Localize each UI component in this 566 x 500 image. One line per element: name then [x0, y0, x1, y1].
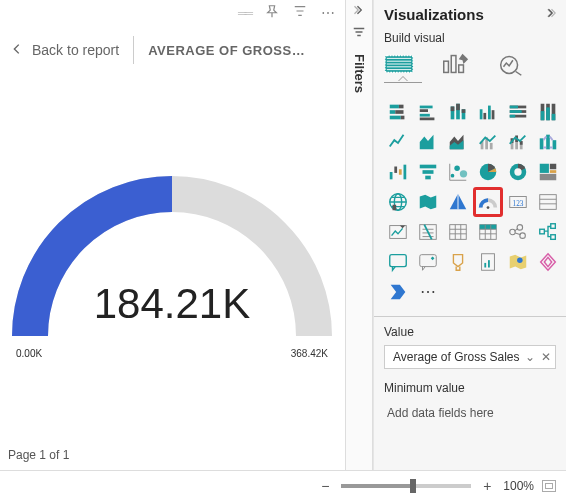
svg-point-86	[510, 229, 516, 235]
r-visual-viz[interactable]	[504, 218, 532, 246]
divider	[133, 36, 134, 64]
tab-build-visual[interactable]	[384, 51, 414, 80]
area-viz[interactable]	[414, 128, 442, 156]
kpi-viz[interactable]	[384, 218, 412, 246]
gauge-viz[interactable]	[474, 188, 502, 216]
svg-point-62	[451, 174, 455, 178]
pin-icon[interactable]	[265, 4, 279, 21]
slicer-viz[interactable]	[414, 218, 442, 246]
combo-column-line-viz[interactable]	[474, 128, 502, 156]
chevron-left-icon[interactable]	[346, 0, 372, 23]
hundred-stacked-bar-viz[interactable]	[504, 98, 532, 126]
stacked-area-viz[interactable]	[444, 128, 472, 156]
card-viz[interactable]: 123	[504, 188, 532, 216]
arcgis-map-viz[interactable]	[504, 248, 532, 276]
filled-map-viz[interactable]	[414, 188, 442, 216]
power-automate-viz[interactable]	[384, 278, 412, 306]
qa-viz[interactable]	[384, 248, 412, 276]
svg-rect-69	[550, 164, 556, 170]
tab-format-visual[interactable]	[440, 51, 470, 80]
tile-header: Back to report AVERAGE OF GROSS SAL...	[10, 30, 335, 70]
svg-rect-55	[390, 172, 393, 179]
svg-point-87	[517, 225, 523, 231]
value-field-name: Average of Gross Sales	[393, 350, 520, 364]
svg-rect-38	[541, 111, 545, 120]
pie-viz[interactable]	[474, 158, 502, 186]
decomposition-tree-viz[interactable]	[534, 218, 562, 246]
line-viz[interactable]	[384, 128, 412, 156]
svg-text:123: 123	[513, 199, 524, 208]
zoom-slider[interactable]	[341, 484, 471, 488]
chevron-down-icon[interactable]: ⌄	[525, 350, 535, 364]
gauge-chart[interactable]: 184.21K 0.00K 368.42K	[12, 160, 332, 343]
back-to-report-link[interactable]: Back to report	[32, 42, 119, 58]
map-viz[interactable]	[384, 188, 412, 216]
svg-rect-18	[420, 109, 428, 112]
svg-point-63	[454, 166, 460, 172]
zoom-in-button[interactable]: +	[479, 478, 495, 494]
gauge-max-label: 368.42K	[291, 348, 328, 359]
more-icon[interactable]: ⋯	[321, 5, 335, 21]
paginated-report-viz[interactable]	[474, 248, 502, 276]
value-section-label: Value	[384, 325, 556, 339]
chevron-left-icon[interactable]	[10, 42, 24, 59]
svg-rect-7	[444, 61, 449, 72]
svg-point-88	[520, 233, 526, 239]
svg-rect-54	[553, 140, 557, 149]
combo-stacked-line-viz[interactable]	[504, 128, 532, 156]
zoom-percent-label: 100%	[503, 479, 534, 493]
build-visual-label: Build visual	[384, 31, 556, 45]
donut-viz[interactable]	[504, 158, 532, 186]
filter-icon[interactable]	[293, 4, 307, 21]
remove-field-icon[interactable]: ✕	[541, 350, 551, 364]
waterfall-viz[interactable]	[384, 158, 412, 186]
svg-rect-71	[540, 174, 557, 180]
power-apps-viz[interactable]	[534, 248, 562, 276]
svg-rect-56	[394, 167, 397, 173]
report-canvas: ══ ⋯ Back to report AVERAGE OF GROSS SAL…	[0, 0, 345, 470]
panel-title: Visualizations	[384, 6, 484, 23]
svg-point-75	[487, 206, 490, 209]
status-bar: − + 100%	[0, 470, 566, 500]
grip-icon[interactable]: ══	[238, 6, 251, 20]
fit-to-page-button[interactable]	[542, 480, 556, 492]
scatter-viz[interactable]	[444, 158, 472, 186]
filters-pane-collapsed[interactable]: Filters	[345, 0, 373, 470]
filters-label: Filters	[352, 54, 367, 93]
gauge-min-label: 0.00K	[16, 348, 42, 359]
table-viz[interactable]	[444, 218, 472, 246]
matrix-viz[interactable]	[474, 218, 502, 246]
svg-rect-45	[490, 143, 493, 149]
svg-rect-85	[480, 225, 497, 230]
svg-rect-91	[551, 235, 556, 240]
stacked-bar-viz[interactable]	[384, 98, 412, 126]
hundred-stacked-column-viz[interactable]	[534, 98, 562, 126]
svg-rect-78	[540, 195, 557, 210]
azure-map-viz[interactable]	[444, 188, 472, 216]
tab-analytics[interactable]	[496, 51, 526, 80]
treemap-viz[interactable]	[534, 158, 562, 186]
svg-rect-52	[540, 138, 544, 149]
svg-rect-16	[401, 116, 405, 120]
clustered-column-viz[interactable]	[474, 98, 502, 126]
svg-rect-74	[393, 205, 397, 211]
min-field-well[interactable]: Add data fields here	[384, 401, 556, 425]
viz-type-grid: 123 ⋯	[384, 98, 556, 306]
svg-rect-95	[484, 263, 486, 268]
svg-rect-40	[546, 107, 550, 120]
svg-rect-58	[404, 165, 407, 180]
expand-icon[interactable]	[544, 7, 556, 22]
ribbon-viz[interactable]	[534, 128, 562, 156]
value-field-well[interactable]: Average of Gross Sales ⌄ ✕	[384, 345, 556, 369]
funnel-viz[interactable]	[414, 158, 442, 186]
clustered-bar-viz[interactable]	[414, 98, 442, 126]
smart-narrative-viz[interactable]	[414, 248, 442, 276]
goals-viz[interactable]	[444, 248, 472, 276]
svg-rect-96	[488, 260, 490, 267]
zoom-out-button[interactable]: −	[317, 478, 333, 494]
multirow-card-viz[interactable]	[534, 188, 562, 216]
svg-rect-12	[399, 105, 404, 109]
stacked-column-viz[interactable]	[444, 98, 472, 126]
more-visuals-button[interactable]: ⋯	[414, 278, 442, 306]
visualizations-panel: Visualizations Build visual	[373, 0, 566, 470]
